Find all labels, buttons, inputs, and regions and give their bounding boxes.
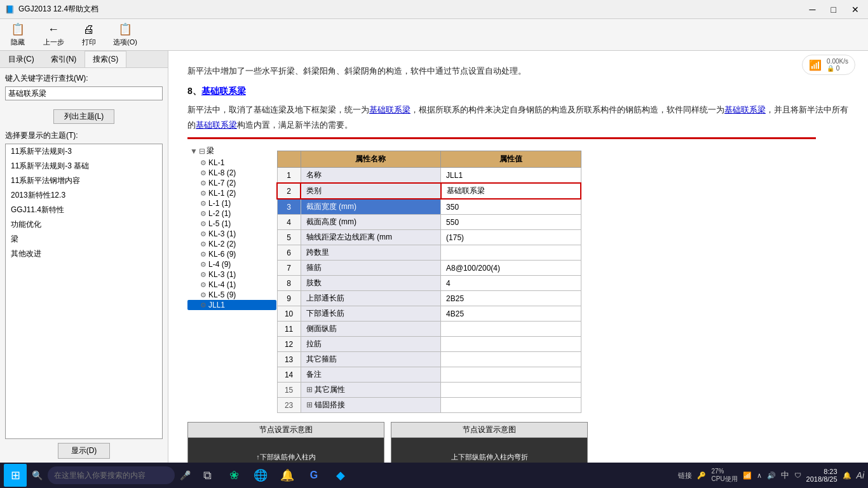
print-button[interactable]: 🖨 打印 [78, 23, 100, 47]
tree-item[interactable]: ⚙KL-3 (1) [187, 229, 276, 239]
topic-list[interactable]: 11系新平法规则-311系新平法规则-3 基础11系新平法钢增内容2013新特性… [5, 144, 163, 439]
tree-item[interactable]: ⚙KL-1 [187, 158, 276, 168]
clock-date: 2018/8/25 [806, 475, 837, 483]
prop-name-cell[interactable]: 其它箍筋 [301, 352, 440, 367]
chevron-icon[interactable]: ∧ [757, 471, 762, 480]
prop-value-cell[interactable]: 2B25 [441, 291, 581, 306]
section-link[interactable]: 基础联系梁 [201, 86, 246, 96]
tree-item-label: KL-4 (1) [208, 280, 236, 289]
prop-value-cell[interactable]: 350 [441, 199, 581, 215]
link1[interactable]: 基础联系梁 [369, 105, 410, 114]
window-controls[interactable]: ─ □ ✕ [806, 3, 863, 16]
tree-item[interactable]: ⚙L-1 (1) [187, 198, 276, 208]
tree-item[interactable]: ⚙KL-4 (1) [187, 280, 276, 290]
topic-item[interactable]: 其他改进 [6, 247, 162, 261]
topic-item[interactable]: 11系新平法钢增内容 [6, 173, 162, 188]
tree-item[interactable]: ⚙KL-8 (2) [187, 168, 276, 178]
prop-value-cell[interactable] [441, 337, 581, 352]
lang-icon[interactable]: 中 [781, 470, 789, 481]
tree-item[interactable]: ⚙KL-3 (1) [187, 269, 276, 280]
prop-name-cell[interactable]: 拉筋 [301, 337, 440, 352]
search-label: 键入关键字进行查找(W): [5, 73, 163, 84]
taskbar-app-flower[interactable]: ❀ [222, 464, 245, 487]
tree-item-label: KL-1 (2) [208, 189, 236, 198]
tree-item[interactable]: ⚙KL-2 (2) [187, 239, 276, 249]
tab-search[interactable]: 搜索(S) [85, 51, 126, 67]
taskbar-app-taskview[interactable]: ⧉ [196, 464, 219, 487]
body-text: 新平法中，取消了基础连梁及地下框架梁，统一为基础联系梁，根据所联系的构件来决定自… [187, 102, 849, 132]
back-button[interactable]: ← 上一步 [42, 23, 65, 47]
mic-icon[interactable]: 🎤 [177, 470, 193, 480]
topic-item[interactable]: 2013新特性12.3 [6, 188, 162, 203]
topic-item[interactable]: 梁 [6, 232, 162, 247]
tree-item-label: KL-7 (2) [208, 179, 236, 187]
topic-item[interactable]: 功能优化 [6, 217, 162, 232]
tree-item[interactable]: ⚙L-5 (1) [187, 219, 276, 229]
tree-item[interactable]: ⚙KL-5 (9) [187, 290, 276, 300]
bottom-panels: 节点设置示意图↑下部纵筋伸入柱内节点设置示意图上下部纵筋伸入柱内弯折 [187, 422, 849, 463]
taskbar-app-ie[interactable]: 🌐 [249, 464, 272, 487]
taskbar-app-diamond[interactable]: ◆ [329, 464, 352, 487]
prop-value-cell[interactable] [441, 352, 581, 367]
volume-icon[interactable]: 🔊 [767, 471, 776, 480]
notification-icon[interactable]: 🔔 [843, 471, 851, 480]
prop-value-cell[interactable] [441, 367, 581, 383]
prop-name-cell: 箍筋 [301, 261, 440, 276]
link2[interactable]: 基础联系梁 [724, 105, 766, 114]
tab-index[interactable]: 索引(N) [43, 51, 85, 67]
list-topic-button[interactable]: 列出主题(L) [53, 109, 115, 124]
topic-item[interactable]: 11系新平法规则-3 基础 [6, 159, 162, 173]
prop-value-cell[interactable]: JLL1 [441, 168, 581, 184]
right-content[interactable]: 📶 0.00K/s 🔒 0 新平法中增加了一些水平折梁、斜梁阳角、斜梁阴角的构造… [168, 51, 868, 463]
taskbar-right: 链接 🔑 27%CPU使用 📶 ∧ 🔊 中 🛡 8:23 2018/8/25 🔔… [678, 468, 864, 484]
tree-item[interactable]: ⚙KL-7 (2) [187, 178, 276, 188]
maximize-btn[interactable]: □ [827, 3, 840, 16]
prop-value-cell[interactable] [441, 383, 581, 398]
tree-item[interactable]: ⚙KL-6 (9) [187, 249, 276, 259]
close-btn[interactable]: ✕ [848, 3, 863, 16]
gear-icon: ⚙ [200, 159, 207, 167]
prop-name-cell[interactable]: 侧面纵筋 [301, 322, 440, 337]
taskbar-app-sync[interactable]: 🔔 [276, 464, 299, 487]
taskbar-search-icon[interactable]: 🔍 [29, 470, 45, 480]
row-number: 1 [277, 168, 301, 184]
prop-value-cell[interactable] [441, 245, 581, 261]
tree-item[interactable]: ⚙JLL1 [187, 300, 276, 310]
prop-value-cell[interactable]: 550 [441, 215, 581, 230]
tree-item-label: KL-2 (2) [208, 240, 236, 248]
back-icon: ← [48, 23, 59, 36]
prop-name-cell: 跨数里 [301, 245, 440, 261]
gear-icon: ⚙ [200, 210, 207, 218]
main-layout: 目录(C) 索引(N) 搜索(S) 键入关键字进行查找(W): 列出主题(L) … [0, 51, 868, 463]
tab-catalog[interactable]: 目录(C) [0, 51, 43, 67]
prop-value-cell[interactable]: (175) [441, 230, 581, 245]
topic-item[interactable]: 11系新平法规则-3 [6, 144, 162, 159]
prop-value-cell[interactable]: 4B25 [441, 306, 581, 322]
prop-value-cell[interactable] [441, 398, 581, 413]
hide-button[interactable]: 📋 隐藏 [6, 22, 29, 47]
search-input[interactable] [5, 86, 163, 100]
tree-item[interactable]: ⚙L-4 (9) [187, 259, 276, 269]
minimize-btn[interactable]: ─ [806, 3, 820, 16]
row-number: 7 [277, 261, 301, 276]
tree-item[interactable]: ⚙KL-1 (2) [187, 188, 276, 198]
row-number: 11 [277, 322, 301, 337]
prop-name-cell[interactable]: 名称 [301, 168, 440, 184]
hide-icon: 📋 [11, 22, 25, 36]
prop-value-cell[interactable] [441, 322, 581, 337]
prop-value-cell[interactable]: A8@100/200(4) [441, 261, 581, 276]
row-number: 4 [277, 215, 301, 230]
prop-value-cell[interactable]: 4 [441, 276, 581, 291]
options-button[interactable]: 📋 选项(O) [113, 22, 137, 47]
tree-item[interactable]: ⚙L-2 (1) [187, 208, 276, 219]
link3[interactable]: 基础联系梁 [196, 120, 237, 130]
ai-label: Ai [857, 470, 864, 480]
prop-value-cell[interactable]: 基础联系梁 [441, 183, 581, 199]
taskbar: ⊞ 🔍 🎤 ⧉ ❀ 🌐 🔔 G ◆ 链接 🔑 27%CPU使用 📶 ∧ 🔊 中 … [0, 463, 868, 488]
show-button[interactable]: 显示(D) [58, 443, 111, 459]
topic-item[interactable]: GGJ11.4新特性 [6, 203, 162, 217]
taskbar-app-g[interactable]: G [302, 464, 325, 487]
start-button[interactable]: ⊞ [4, 464, 27, 487]
taskbar-search-input[interactable] [48, 466, 175, 484]
tree-root[interactable]: ▼⊟ 梁 [187, 144, 276, 158]
